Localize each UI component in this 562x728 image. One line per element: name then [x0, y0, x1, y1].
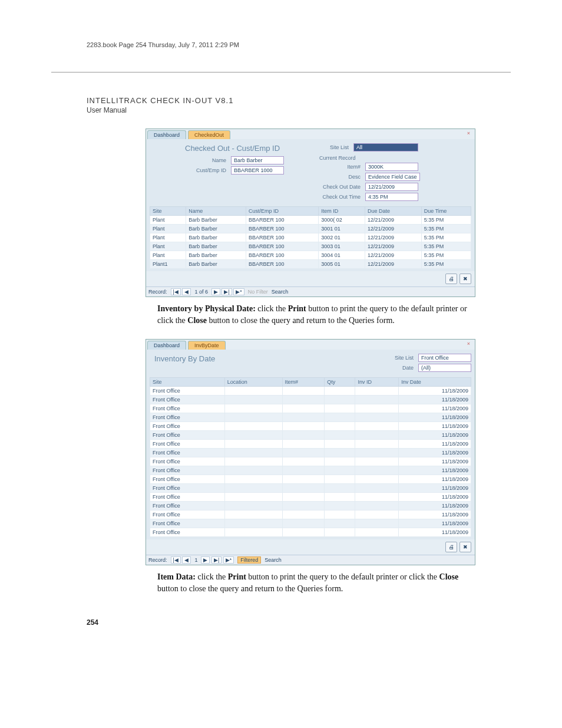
print-button[interactable]: 🖨: [445, 542, 457, 552]
results-grid[interactable]: SiteNameCust/Emp IDItem IDDue DateDue Ti…: [150, 206, 471, 269]
screenshot-inventory-by-date: Dashboard InvByDate × Inventory By Date …: [146, 339, 475, 565]
screenshot-checked-out: Dashboard CheckedOut × Checked Out - Cus…: [146, 129, 475, 297]
table-row[interactable]: PlantBarb BarberBBARBER 1003000( 0212/21…: [150, 216, 471, 225]
site-list-label: Site List: [388, 355, 414, 361]
table-row[interactable]: PlantBarb BarberBBARBER 1003004 0112/21/…: [150, 251, 471, 260]
tab-checkedout[interactable]: CheckedOut: [188, 130, 230, 139]
desc-field: Evidence Field Case: [365, 173, 420, 181]
query-title: Inventory By Date: [154, 354, 215, 370]
print-button[interactable]: 🖨: [445, 274, 457, 284]
tab-dashboard[interactable]: Dashboard: [147, 130, 186, 139]
table-row[interactable]: Front Office11/18/2009: [150, 386, 471, 395]
item-num-field: 3000K: [365, 163, 418, 171]
crop-rule: [51, 72, 511, 73]
no-filter-label: No Filter: [248, 289, 268, 295]
filtered-indicator[interactable]: Filtered: [237, 556, 261, 564]
table-row[interactable]: Front Office11/18/2009: [150, 413, 471, 421]
column-header[interactable]: Location: [224, 377, 282, 386]
co-time-label: Check Out Time: [319, 194, 361, 200]
table-row[interactable]: Front Office11/18/2009: [150, 421, 471, 430]
nav-first[interactable]: |◀: [171, 556, 181, 564]
nav-first[interactable]: |◀: [171, 288, 181, 295]
table-row[interactable]: Front Office11/18/2009: [150, 510, 471, 519]
record-label: Record:: [148, 557, 167, 563]
nav-prev[interactable]: ◀: [182, 288, 191, 295]
name-label: Name: [185, 157, 226, 163]
date-select[interactable]: (All): [418, 364, 471, 372]
query-title: Checked Out - Cust/Emp ID: [185, 144, 302, 153]
column-header[interactable]: Name: [186, 207, 246, 216]
co-time-field: 4:35 PM: [365, 193, 418, 201]
table-row[interactable]: PlantBarb BarberBBARBER 1003002 0112/21/…: [150, 233, 471, 242]
tab-dashboard[interactable]: Dashboard: [147, 341, 186, 350]
table-row[interactable]: Front Office11/18/2009: [150, 457, 471, 466]
co-date-field: 12/21/2009: [365, 183, 418, 191]
record-position: 1: [194, 557, 197, 563]
nav-prev[interactable]: ◀: [182, 556, 191, 564]
table-row[interactable]: PlantBarb BarberBBARBER 1003001 0112/21/…: [150, 225, 471, 233]
current-record-heading: Current Record: [319, 155, 471, 161]
manual-title: INTELLITRACK CHECK IN-OUT V8.1: [87, 96, 511, 105]
custemp-select[interactable]: BBARBER 1000: [231, 166, 284, 174]
close-icon[interactable]: ×: [464, 130, 474, 139]
table-row[interactable]: Front Office11/18/2009: [150, 466, 471, 475]
column-header[interactable]: Site: [150, 377, 225, 386]
record-position: 1 of 6: [194, 289, 208, 295]
site-list-label: Site List: [319, 144, 349, 150]
crop-header-line: 2283.book Page 254 Thursday, July 7, 201…: [87, 41, 511, 48]
close-icon[interactable]: ×: [464, 341, 474, 350]
close-button[interactable]: ✖: [459, 542, 471, 552]
nav-new[interactable]: ▶*: [223, 556, 234, 564]
nav-last[interactable]: ▶|: [222, 288, 232, 295]
tab-invbydate[interactable]: InvByDate: [188, 341, 226, 350]
table-row[interactable]: Front Office11/18/2009: [150, 501, 471, 510]
table-row[interactable]: Front Office11/18/2009: [150, 439, 471, 448]
nav-next[interactable]: ▶: [211, 288, 220, 295]
search-label: Search: [272, 289, 289, 295]
custemp-label: Cust/Emp ID: [185, 167, 226, 173]
search-label: Search: [265, 557, 282, 563]
table-row[interactable]: Front Office11/18/2009: [150, 448, 471, 457]
table-row[interactable]: Front Office11/18/2009: [150, 492, 471, 501]
table-row[interactable]: Plant1Barb BarberBBARBER 1003005 0112/21…: [150, 260, 471, 269]
close-button[interactable]: ✖: [459, 274, 471, 284]
co-date-label: Check Out Date: [319, 184, 361, 190]
column-header[interactable]: Site: [150, 207, 186, 216]
table-row[interactable]: Front Office11/18/2009: [150, 395, 471, 404]
column-header[interactable]: Qty: [325, 377, 355, 386]
item-num-label: Item#: [319, 164, 361, 170]
manual-subtitle: User Manual: [87, 106, 511, 114]
paragraph-item-data: Item Data: click the Print button to pri…: [157, 571, 475, 595]
table-row[interactable]: Front Office11/18/2009: [150, 483, 471, 492]
column-header[interactable]: Inv Date: [399, 377, 471, 386]
nav-new[interactable]: ▶*: [233, 288, 244, 295]
name-select[interactable]: Barb Barber: [231, 156, 284, 164]
paragraph-inventory-by-date: Inventory by Physical Date: click the Pr…: [157, 303, 475, 327]
site-list-select[interactable]: Front Office: [418, 354, 471, 362]
column-header[interactable]: Due Date: [365, 207, 422, 216]
table-row[interactable]: Front Office11/18/2009: [150, 519, 471, 528]
date-label: Date: [388, 365, 414, 371]
desc-label: Desc: [319, 174, 361, 180]
table-row[interactable]: Front Office11/18/2009: [150, 430, 471, 439]
column-header[interactable]: Cust/Emp ID: [246, 207, 319, 216]
table-row[interactable]: Front Office11/18/2009: [150, 404, 471, 413]
site-list-select[interactable]: All: [353, 143, 418, 151]
column-header[interactable]: Inv ID: [355, 377, 399, 386]
nav-last[interactable]: ▶|: [211, 556, 222, 564]
column-header[interactable]: Item ID: [319, 207, 365, 216]
results-grid[interactable]: SiteLocationItem#QtyInv IDInv Date Front…: [150, 377, 471, 537]
column-header[interactable]: Due Time: [421, 207, 471, 216]
table-row[interactable]: Front Office11/18/2009: [150, 475, 471, 483]
column-header[interactable]: Item#: [282, 377, 325, 386]
table-row[interactable]: Front Office11/18/2009: [150, 528, 471, 536]
table-row[interactable]: PlantBarb BarberBBARBER 1003003 0112/21/…: [150, 242, 471, 251]
record-label: Record:: [148, 289, 167, 295]
page-number: 254: [87, 618, 511, 627]
nav-next[interactable]: ▶: [201, 556, 210, 564]
